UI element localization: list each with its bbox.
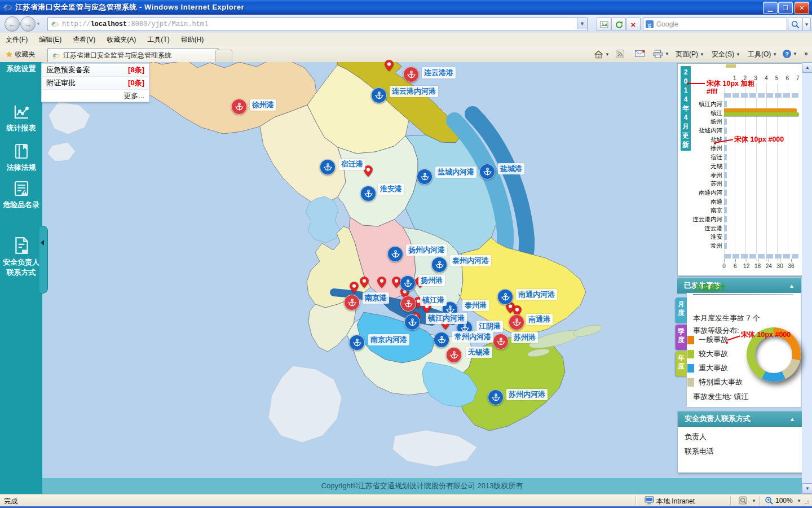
- contact-person-label: 负责人: [685, 432, 707, 442]
- left-sidebar: 系统设置 统计报表 法律法规 危险品名录 安全负责人 联系方式: [0, 62, 42, 494]
- menu-tools[interactable]: 工具(T): [142, 33, 175, 46]
- resize-grip[interactable]: [805, 499, 810, 505]
- chart-zero-stub: [724, 225, 727, 231]
- legend-swatch: [687, 378, 694, 387]
- help-icon: ?: [783, 50, 791, 58]
- sidebar-item-label: 系统设置: [7, 64, 36, 73]
- chart-category-label: 泰州: [678, 172, 722, 179]
- forward-button[interactable]: →: [20, 16, 36, 32]
- bottom-axis-tick: 12: [743, 263, 749, 269]
- zone-dropdown-icon[interactable]: ▼: [752, 498, 756, 503]
- close-button[interactable]: ✕: [795, 2, 809, 14]
- contact-doc-icon: [12, 236, 31, 255]
- chart-zero-stub: [724, 199, 727, 205]
- chart-category-label: 镇江: [678, 110, 722, 117]
- legend-row: 重大事故: [687, 363, 728, 373]
- chart-scroll-thumb[interactable]: [726, 64, 736, 68]
- menu-file[interactable]: 文件(F): [0, 33, 33, 46]
- search-button[interactable]: [788, 17, 803, 31]
- scroll-down-button[interactable]: ▼: [802, 483, 812, 494]
- favorites-button[interactable]: ★ 收藏夹: [3, 49, 38, 60]
- bottom-axis-tick: 0: [722, 263, 726, 269]
- chart-zero-stub: [724, 145, 727, 151]
- chart-bottom-band: [724, 254, 798, 259]
- overflow-chevron-icon[interactable]: »: [804, 50, 808, 58]
- tab-quarterly[interactable]: 季度: [676, 325, 687, 350]
- stop-button[interactable]: ×: [626, 17, 641, 31]
- tab-yearly[interactable]: 年度: [676, 351, 687, 376]
- status-done-text: 完成: [4, 497, 17, 506]
- scroll-up-button[interactable]: ▲: [802, 62, 812, 73]
- menu-help[interactable]: 帮助(H): [175, 33, 210, 46]
- bottom-axis-tickmark: [758, 259, 758, 262]
- feeds-button[interactable]: [616, 50, 624, 58]
- print-dropdown-icon[interactable]: ▼: [665, 51, 669, 56]
- sidebar-item-label: 统计报表: [7, 124, 36, 132]
- recent-pages-dropdown-icon[interactable]: ▼: [36, 21, 41, 27]
- refresh-button[interactable]: [611, 17, 626, 31]
- mail-button[interactable]: [635, 50, 645, 58]
- contact-header-title: 安全负责人联系方式: [685, 414, 751, 424]
- chart-category-label: 无锡: [678, 163, 722, 170]
- legend-label: 特别重大事故: [699, 377, 743, 387]
- safety-menu-button[interactable]: 安全(S)▼: [712, 50, 740, 59]
- sidebar-collapse-tab[interactable]: [39, 226, 48, 294]
- sidebar-item-system-settings[interactable]: 系统设置: [0, 64, 42, 74]
- sidebar-item-hazardous-list[interactable]: 危险品名录: [0, 179, 42, 210]
- sidebar-item-statistics[interactable]: 统计报表: [0, 103, 42, 133]
- quickpanel-more-link[interactable]: 更多...: [42, 90, 149, 102]
- address-dropdown-button[interactable]: ▼: [577, 18, 587, 29]
- back-button[interactable]: ←: [5, 16, 20, 32]
- tab-title: 江苏省港口安全监管与应急管理系统: [63, 51, 171, 60]
- compatibility-view-button[interactable]: [597, 17, 611, 31]
- chart-bar-绿色系列[interactable]: [724, 112, 799, 116]
- quickpanel-row-permits[interactable]: 附证审批 [0条]: [42, 77, 149, 90]
- tools-menu-button[interactable]: 工具(O)▼: [748, 50, 777, 59]
- chart-zero-stub: [724, 128, 727, 134]
- zoom-dropdown-icon[interactable]: ▼: [797, 498, 801, 503]
- address-input[interactable]: http://localhost:8080/yjpt/Main.html ▼: [47, 17, 588, 31]
- bottom-axis-tick: 30: [777, 263, 783, 269]
- window-title: 江苏省港口安全监管与应急管理系统 - Windows Internet Expl…: [15, 2, 244, 12]
- chart-category-label: 徐州: [678, 144, 722, 152]
- minimize-button[interactable]: ▁: [763, 2, 778, 14]
- collapse-up-icon[interactable]: ▲: [789, 283, 795, 289]
- bottom-axis-tickmark: [780, 259, 780, 262]
- address-bar-row: ← → ▼ http://localhost:8080/yjpt/Main.ht…: [0, 15, 812, 33]
- new-tab-button[interactable]: [215, 50, 232, 62]
- legend-swatch: [687, 364, 694, 373]
- collapse-up-icon[interactable]: ▲: [789, 416, 795, 422]
- mail-icon: [635, 50, 645, 58]
- search-input[interactable]: g Google: [643, 17, 787, 31]
- chart-category-label: 常州: [678, 242, 722, 250]
- tab-main[interactable]: 江苏省港口安全监管与应急管理系统: [47, 48, 219, 63]
- home-dropdown-icon[interactable]: ▼: [605, 52, 610, 57]
- page-menu-button[interactable]: 页面(P)▼: [676, 50, 704, 59]
- chart-bar-橙色系列[interactable]: [724, 108, 797, 112]
- help-dropdown-icon[interactable]: ▼: [793, 51, 797, 56]
- copyright-strip: Copyright©江苏省交通规划设计院股份有限公司 2013版权所有: [42, 478, 802, 494]
- menu-favorites[interactable]: 收藏夹(A): [101, 33, 142, 46]
- page-zoom-icon[interactable]: [739, 496, 748, 505]
- favorites-label: 收藏夹: [15, 50, 36, 59]
- chart-category-label: 扬州: [678, 118, 722, 126]
- contact-panel: 安全负责人联系方式 ▲ 负责人 联系电话: [677, 411, 802, 473]
- zoom-level-value[interactable]: 100%: [775, 497, 793, 505]
- sidebar-item-safety-contact[interactable]: 安全负责人 联系方式: [0, 236, 42, 278]
- menu-edit[interactable]: 编辑(E): [33, 33, 67, 46]
- contact-panel-header[interactable]: 安全负责人联系方式 ▲: [678, 411, 802, 427]
- menu-view[interactable]: 查看(V): [67, 33, 101, 46]
- legend-row: 特别重大事故: [687, 377, 743, 387]
- vertical-scrollbar[interactable]: ▲ ▼: [802, 62, 812, 494]
- row-count: [8条]: [128, 65, 144, 75]
- google-icon: g: [646, 20, 654, 28]
- restore-button[interactable]: ❐: [778, 2, 793, 14]
- tab-monthly[interactable]: 月度: [676, 297, 687, 323]
- print-button[interactable]: ▼: [653, 50, 669, 58]
- row-label: 附证审批: [46, 78, 76, 88]
- sidebar-item-laws[interactable]: 法律法规: [0, 142, 42, 173]
- help-button[interactable]: ? ▼: [783, 50, 797, 58]
- search-options-dropdown-icon[interactable]: ▼: [802, 17, 811, 31]
- quickpanel-row-plans[interactable]: 应急预案备案 [8条]: [42, 64, 149, 77]
- home-button[interactable]: ▼: [594, 50, 610, 59]
